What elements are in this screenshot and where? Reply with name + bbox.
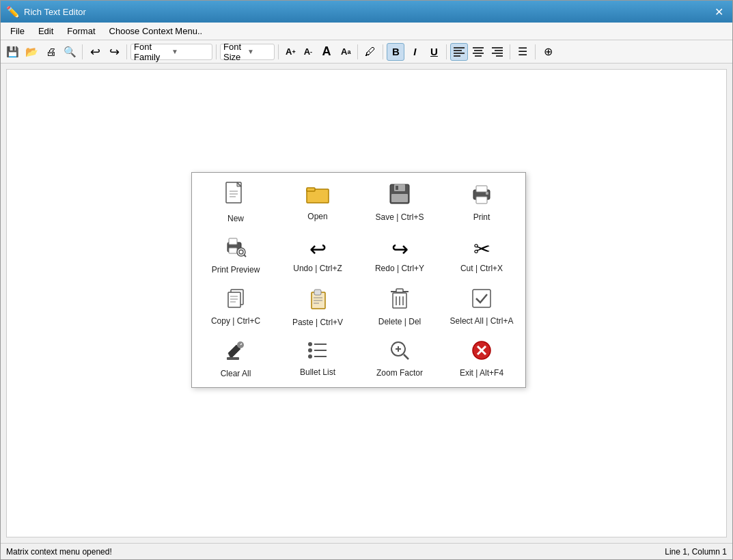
clear-all-icon: [225, 339, 246, 366]
cm-delete-label: Delete | Del: [378, 317, 421, 326]
decrease-font-button[interactable]: A-: [301, 43, 316, 61]
cm-undo[interactable]: ↩ Undo | Ctrl+Z: [277, 229, 359, 281]
save-button[interactable]: 💾: [3, 43, 21, 61]
svg-rect-40: [314, 290, 321, 295]
cm-exit-label: Exit | Alt+F4: [460, 368, 503, 378]
svg-rect-9: [495, 50, 503, 51]
toolbar-sep-9: [535, 44, 536, 59]
toolbar-sep-1: [82, 44, 83, 59]
svg-line-61: [404, 354, 409, 359]
toolbar-sep-3: [216, 44, 217, 59]
window-title: Rich Text Editor: [24, 7, 710, 17]
cm-save[interactable]: Save | Ctrl+S: [359, 176, 441, 229]
cm-zoom-factor[interactable]: Zoom Factor: [359, 333, 441, 384]
menu-file[interactable]: File: [3, 24, 31, 38]
svg-rect-35: [228, 292, 240, 307]
print-preview-button[interactable]: 🔍: [61, 43, 79, 61]
svg-rect-0: [454, 47, 465, 48]
align-left-button[interactable]: [450, 43, 468, 61]
svg-rect-27: [486, 192, 488, 195]
svg-rect-10: [492, 53, 503, 54]
cm-cut-label: Cut | Ctrl+X: [460, 264, 503, 273]
svg-rect-8: [492, 47, 503, 48]
font-family-arrow-icon: ▼: [171, 48, 209, 55]
font-size-arrow-icon: ▼: [247, 48, 271, 55]
cm-delete[interactable]: Delete | Del: [359, 281, 441, 333]
editor-area[interactable]: New Open: [6, 69, 727, 537]
italic-button[interactable]: I: [406, 43, 424, 61]
cm-open[interactable]: Open: [277, 176, 359, 229]
cm-new[interactable]: New: [195, 176, 277, 229]
svg-rect-1: [454, 50, 462, 51]
cm-paste[interactable]: Paste | Ctrl+V: [277, 281, 359, 333]
print-button[interactable]: 🖨: [42, 43, 59, 61]
status-right: Line 1, Column 1: [665, 547, 727, 557]
svg-rect-7: [475, 55, 482, 57]
cm-print-preview-label: Print Preview: [212, 265, 260, 275]
align-right-button[interactable]: [488, 43, 506, 61]
cm-redo[interactable]: ↪ Redo | Ctrl+Y: [359, 229, 441, 281]
menu-choose-context[interactable]: Choose Context Menu..: [102, 24, 210, 38]
toolbar-sep-4: [278, 44, 279, 59]
cm-copy[interactable]: Copy | Ctrl+C: [195, 281, 277, 333]
svg-rect-3: [454, 55, 460, 57]
font-size-dropdown[interactable]: Font Size ▼: [220, 44, 275, 60]
toolbar-sep-7: [446, 44, 447, 59]
cm-cut[interactable]: ✂ Cut | Ctrl+X: [441, 229, 523, 281]
font-family-label: Font Family: [134, 42, 171, 62]
big-font-button[interactable]: A: [317, 43, 336, 61]
toolbar-sep-5: [357, 44, 358, 59]
bullet-list-button[interactable]: ☰: [514, 43, 531, 61]
toolbar-sep-6: [383, 44, 383, 59]
cm-print[interactable]: Print: [441, 176, 523, 229]
cm-paste-label: Paste | Ctrl+V: [292, 318, 343, 327]
exit-icon: [471, 340, 492, 365]
menu-format[interactable]: Format: [60, 24, 102, 38]
cm-zoom-factor-label: Zoom Factor: [376, 368, 423, 378]
print-preview-icon: [225, 236, 247, 262]
cm-bullet-list[interactable]: Bullet List: [277, 333, 359, 384]
delete-icon: [390, 288, 409, 314]
increase-font-button[interactable]: A+: [282, 43, 299, 61]
open-button[interactable]: 📂: [23, 43, 40, 61]
cm-exit[interactable]: Exit | Alt+F4: [441, 333, 523, 384]
toolbar-sep-8: [510, 44, 510, 59]
font-size-label: Font Size: [223, 42, 247, 62]
copy-icon: [225, 288, 246, 313]
aa-button[interactable]: Aa: [337, 43, 354, 61]
underline-button[interactable]: U: [425, 43, 443, 61]
svg-rect-5: [474, 50, 482, 51]
cm-redo-label: Redo | Ctrl+Y: [375, 264, 424, 273]
paste-icon: [307, 287, 328, 315]
open-icon: [305, 184, 330, 209]
svg-rect-26: [476, 186, 487, 192]
highlight-button[interactable]: 🖊: [361, 43, 379, 61]
cm-copy-label: Copy | Ctrl+C: [211, 316, 260, 326]
svg-rect-30: [229, 238, 237, 244]
zoom-button[interactable]: ⊕: [539, 43, 557, 61]
undo-button[interactable]: ↩: [86, 43, 104, 61]
svg-rect-2: [454, 53, 465, 54]
svg-rect-19: [307, 188, 315, 191]
cm-print-preview[interactable]: Print Preview: [195, 229, 277, 281]
cm-new-label: New: [227, 214, 244, 223]
redo-button[interactable]: ↪: [105, 43, 123, 61]
svg-rect-29: [229, 248, 237, 253]
bold-button[interactable]: B: [387, 43, 404, 61]
svg-rect-11: [496, 55, 503, 57]
cm-clear-all[interactable]: Clear All: [195, 333, 277, 384]
status-left: Matrix context menu opened!: [6, 547, 112, 557]
align-center-button[interactable]: [469, 43, 487, 61]
font-family-dropdown[interactable]: Font Family ▼: [130, 44, 212, 60]
menu-edit[interactable]: Edit: [31, 24, 60, 38]
svg-rect-23: [391, 194, 408, 202]
toolbar: 💾 📂 🖨 🔍 ↩ ↪ Font Family ▼ Font Size ▼ A+…: [1, 40, 732, 64]
close-button[interactable]: ✕: [710, 3, 727, 20]
cm-open-label: Open: [307, 212, 327, 221]
cm-select-all[interactable]: Select All | Ctrl+A: [441, 281, 523, 333]
svg-point-54: [308, 342, 312, 346]
title-bar: ✏️ Rich Text Editor ✕: [1, 1, 732, 23]
context-menu: New Open: [191, 172, 526, 388]
svg-rect-22: [396, 186, 398, 190]
toolbar-sep-2: [126, 44, 127, 59]
